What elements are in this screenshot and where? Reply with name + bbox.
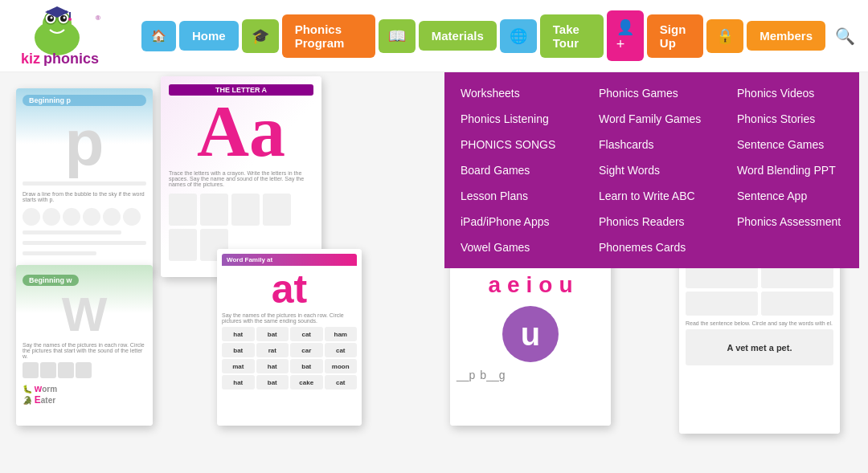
dropdown-phonics-games[interactable]: Phonics Games (583, 80, 721, 106)
card3-title: Word Family at (222, 254, 357, 266)
card2-letter: Aa (169, 96, 313, 168)
svg-text:phonics: phonics (43, 51, 99, 66)
dropdown-col-1: Worksheets Phonics Listening PHONICS SON… (444, 72, 583, 268)
home-icon: 🏠 (151, 29, 166, 43)
signup-button[interactable]: Sign Up (647, 14, 703, 58)
cardw-word2: 🐊 Eater (23, 394, 146, 406)
person-add-icon-btn[interactable]: 👤+ (607, 10, 644, 61)
dropdown-flashcards[interactable]: Flashcards (583, 132, 721, 157)
dropdown-board-games[interactable]: Board Games (444, 157, 583, 183)
members-label: Members (760, 29, 813, 43)
materials-label: Materials (432, 29, 484, 43)
dropdown-sentence-app[interactable]: Sentence App (721, 183, 859, 209)
card4-partial2: b__g (480, 369, 505, 381)
dropdown-phonics-stories[interactable]: Phonics Stories (721, 106, 859, 132)
card4-u-circle: u (502, 306, 559, 362)
school-icon-btn[interactable]: 🎓 (242, 19, 279, 53)
card-beginning-w: Beginning w W Say the names of the pictu… (16, 265, 153, 426)
lock-icon-btn[interactable]: 🔒 (706, 19, 743, 53)
svg-rect-10 (69, 12, 71, 18)
dropdown-phonics-videos[interactable]: Phonics Videos (721, 80, 859, 106)
card4-vowels-row: aeiou (457, 272, 604, 298)
card-beginning-p: Beginning p p Draw a line from the bubbl… (16, 88, 153, 273)
word-cell: bat (290, 359, 323, 373)
dropdown-word-family-games[interactable]: Word Family Games (583, 106, 721, 132)
svg-point-11 (68, 18, 72, 21)
dropdown-phonics-readers[interactable]: Phonics Readers (583, 209, 721, 234)
svg-point-7 (63, 17, 66, 19)
dropdown-word-blending-ppt[interactable]: Word Blending PPT (721, 157, 859, 183)
dropdown-learn-write-abc[interactable]: Learn to Write ABC (583, 183, 721, 209)
card3-word: at (222, 266, 357, 312)
card-vowels: Say the five short vowels. Say the sound… (450, 241, 611, 426)
phonics-program-label: Phonics Program (295, 22, 362, 50)
svg-point-6 (51, 17, 53, 19)
search-icon-btn[interactable]: 🔍 (835, 27, 855, 46)
dropdown-menu: Worksheets Phonics Listening PHONICS SON… (444, 72, 859, 268)
dropdown-sentence-games[interactable]: Sentence Games (721, 132, 859, 157)
word-cell: moon (325, 359, 358, 373)
dropdown-ipad-apps[interactable]: iPad/iPhone Apps (444, 209, 583, 234)
card1-letter: p (23, 111, 146, 175)
card4-u-letter: u (521, 316, 540, 353)
dropdown-phonemes-cards[interactable]: Phonemes Cards (583, 234, 721, 260)
word-cell: car (290, 343, 323, 357)
take-tour-label: Take Tour (553, 22, 591, 50)
dropdown-vowel-games[interactable]: Vowel Games (444, 234, 583, 260)
word-cell: cat (290, 327, 323, 341)
book-icon-btn[interactable]: 📖 (379, 19, 416, 53)
cardw-word1: 🐛 worm (23, 383, 146, 394)
word-cell: cake (290, 375, 323, 389)
dropdown-sight-words[interactable]: Sight Words (583, 157, 721, 183)
card-word-family-at: Word Family at at Say the names of the p… (217, 249, 362, 426)
word-cell: ham (325, 327, 358, 341)
word-cell: hat (222, 375, 255, 389)
word-cell: rat (256, 343, 289, 357)
dropdown-phonics-assessment[interactable]: Phonics Assessment (721, 209, 859, 234)
dropdown-lesson-plans[interactable]: Lesson Plans (444, 183, 583, 209)
word-cell: bat (256, 327, 289, 341)
home-button[interactable]: Home (179, 21, 239, 51)
card3-instruction: Say the names of the pictures in each ro… (222, 312, 357, 324)
home-label: Home (192, 29, 226, 43)
card2-instruction: Trace the letters with a crayon. Write t… (169, 170, 313, 187)
cardw-letter: W (23, 291, 146, 339)
globe-icon-btn[interactable]: 🌐 (500, 19, 537, 53)
word-cell: cat (325, 375, 358, 389)
dropdown-phonics-songs[interactable]: PHONICS SONGS (444, 132, 583, 157)
card5-read-instruction: Read the sentence below. Circle and say … (686, 320, 833, 326)
cardw-title: Beginning w (23, 275, 79, 286)
word-cell: hat (222, 327, 255, 341)
word-cell: bat (222, 343, 255, 357)
signup-label: Sign Up (660, 22, 690, 50)
dropdown-worksheets[interactable]: Worksheets (444, 80, 583, 106)
svg-text:®: ® (96, 14, 100, 22)
card4-partial1: __p (457, 369, 475, 381)
home-icon-btn[interactable]: 🏠 (141, 21, 176, 51)
take-tour-button[interactable]: Take Tour (540, 14, 604, 58)
word-cell: mat (222, 359, 255, 373)
card1-instruction: Draw a line from the bubble to the sky i… (23, 191, 146, 202)
word-cell: hat (256, 359, 289, 373)
card1-title: Beginning p (23, 95, 146, 106)
header: kiz phonics ® 🏠 Home 🎓 Phonics Program 📖… (0, 0, 868, 72)
logo[interactable]: kiz phonics ® (13, 6, 117, 66)
card5-sentence: A vet met a pet. (727, 343, 792, 353)
card-letter-a: THE LETTER A Aa Trace the letters with a… (161, 76, 321, 277)
dropdown-col-3: Phonics Videos Phonics Stories Sentence … (721, 72, 859, 268)
word-cell: bat (256, 375, 289, 389)
materials-button[interactable]: Materials (419, 21, 497, 51)
dropdown-phonics-listening[interactable]: Phonics Listening (444, 106, 583, 132)
members-button[interactable]: Members (747, 21, 825, 51)
phonics-program-button[interactable]: Phonics Program (282, 14, 375, 58)
dropdown-col-2: Phonics Games Word Family Games Flashcar… (583, 72, 721, 268)
svg-text:kiz: kiz (21, 51, 40, 66)
main-nav: 🏠 Home 🎓 Phonics Program 📖 Materials 🌐 T… (141, 10, 855, 61)
word-cell: cat (325, 343, 358, 357)
cardw-instruction: Say the names of the pictures in each ro… (23, 342, 146, 359)
